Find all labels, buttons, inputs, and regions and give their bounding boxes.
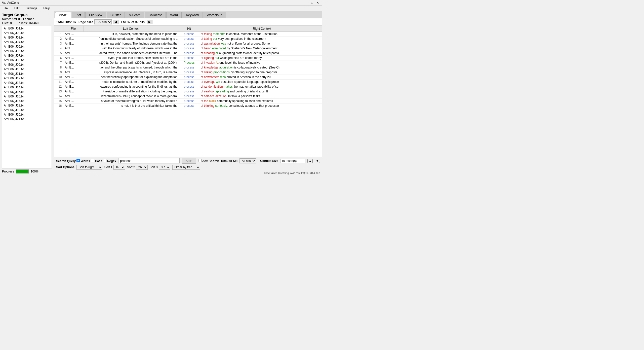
row-left: nt residue of mantle differentiation inc…	[84, 89, 179, 94]
minimize-btn[interactable]: —	[304, 1, 309, 5]
sidebar-file-item[interactable]: AmE06_J21.txt	[2, 117, 52, 121]
sidebar-file-item[interactable]: AmE06_J13.txt	[2, 81, 52, 85]
sidebar-file-item[interactable]: AmE06_J02.txt	[2, 31, 52, 35]
tab-file-view[interactable]: File View	[85, 12, 106, 18]
row-hit: process	[179, 89, 199, 94]
sidebar-file-item[interactable]: AmE06_J10.txt	[2, 67, 52, 72]
kwic-table-container[interactable]: File Left Context Hit Right Context 1AmE…	[54, 26, 322, 157]
row-hit: Process	[179, 60, 199, 65]
maximize-btn[interactable]: □	[310, 1, 314, 5]
row-num: 2	[54, 37, 63, 41]
tab-word[interactable]: Word	[166, 12, 182, 18]
menu-file[interactable]: File	[1, 6, 9, 11]
row-file: AmE...	[63, 32, 84, 37]
page-size-select[interactable]: 100 hits 50 hits 200 hits	[94, 19, 112, 24]
tab-wordcloud[interactable]: Wordcloud	[203, 12, 226, 18]
row-hit: process	[179, 84, 199, 89]
tab-collocate[interactable]: Collocate	[145, 12, 166, 18]
table-row[interactable]: 12AmE...easured confounding is accountin…	[54, 84, 322, 89]
row-file: AmE...	[63, 80, 84, 84]
row-right: of linking propositions by offering supp…	[199, 70, 322, 75]
row-file: AmE...	[63, 89, 84, 94]
sort1-select[interactable]: 1R2R3R1L2L	[113, 165, 125, 170]
sidebar-file-item[interactable]: AmE06_J07.txt	[2, 53, 52, 58]
order-select[interactable]: Order by freq Order by name	[172, 165, 200, 170]
table-row[interactable]: 15AmE...a voice of "several strengths." …	[54, 99, 322, 103]
sidebar-file-item[interactable]: AmE06_J19.txt	[2, 108, 52, 112]
table-row[interactable]: 11AmE...motoric instructions, either unm…	[54, 80, 322, 84]
sidebar-file-item[interactable]: AmE06_J03.txt	[2, 35, 52, 40]
regex-checkbox[interactable]	[103, 159, 106, 162]
close-btn[interactable]: ✕	[315, 1, 320, 5]
sidebar-file-item[interactable]: AmE06_J09.txt	[2, 62, 52, 67]
prev-page-btn[interactable]: ◀	[113, 20, 118, 24]
sidebar-file-item[interactable]: AmE06_J16.txt	[2, 94, 52, 99]
tokens-value: 161469	[28, 21, 38, 25]
col-header-left: Left Context	[84, 26, 179, 32]
menu-bar: File Edit Settings Help	[0, 6, 322, 11]
table-row[interactable]: 5AmE...acred texts," the canon of modern…	[54, 51, 322, 56]
row-num: 3	[54, 41, 63, 46]
sidebar-file-item[interactable]: AmE06_J20.txt	[2, 112, 52, 117]
sidebar-file-item[interactable]: AmE06_J18.txt	[2, 103, 52, 108]
table-row[interactable]: 4AmE...with the Communist Party of Indon…	[54, 46, 322, 51]
corpus-name: Name: AmE06_Learned	[2, 17, 52, 21]
context-size-up-btn[interactable]: ▲	[307, 159, 313, 163]
sort3-select[interactable]: 3R1R2R1L2L	[159, 165, 170, 170]
search-input[interactable]	[118, 158, 180, 163]
app-title: AntConc	[7, 1, 19, 5]
sidebar-file-item[interactable]: AmE06_J04.txt	[2, 40, 52, 44]
table-row[interactable]: 14AmE...ikszentmihalyi's (1990) concept …	[54, 94, 322, 99]
adv-search-checkbox[interactable]	[198, 159, 202, 162]
table-row[interactable]: 1AmE...It is, however, prompted by the n…	[54, 32, 322, 37]
table-row[interactable]: 16AmE...is not, it is that the critical …	[54, 103, 322, 108]
tab-keyword[interactable]: Keyword	[182, 12, 203, 18]
menu-help[interactable]: Help	[42, 6, 52, 11]
sidebar-file-item[interactable]: AmE06_J15.txt	[2, 90, 52, 94]
start-button[interactable]: Start	[182, 158, 196, 164]
table-row[interactable]: 6AmE...eyes, you lack that protein. Now …	[54, 56, 322, 60]
window-controls[interactable]: — □ ✕	[304, 1, 320, 5]
row-left: easured confounding is accounting for th…	[84, 84, 179, 89]
table-row[interactable]: 2AmE...f online distance education. Succ…	[54, 37, 322, 41]
context-size-down-btn[interactable]: ▼	[315, 159, 320, 163]
menu-settings[interactable]: Settings	[24, 6, 39, 11]
sidebar-file-item[interactable]: AmE06_J12.txt	[2, 76, 52, 81]
tab-plot[interactable]: Plot	[72, 12, 85, 18]
table-row[interactable]: 8AmE...:or and the other participants is…	[54, 65, 322, 70]
tab-n-gram[interactable]: N-Gram	[125, 12, 144, 18]
row-file: AmE...	[63, 65, 84, 70]
context-size-input[interactable]	[280, 159, 305, 163]
sidebar-file-item[interactable]: AmE06_J05.txt	[2, 44, 52, 49]
sidebar-file-item[interactable]: AmE06_J17.txt	[2, 99, 52, 103]
row-file: AmE...	[63, 37, 84, 41]
sidebar-file-item[interactable]: AmE06_J01.txt	[2, 26, 52, 31]
file-list[interactable]: AmE06_J01.txtAmE06_J02.txtAmE06_J03.txtA…	[2, 26, 52, 168]
table-row[interactable]: 3AmE...in their parents' homes. The find…	[54, 41, 322, 46]
table-row[interactable]: 9AmE...express an inference. An inferenc…	[54, 70, 322, 75]
sidebar-file-item[interactable]: AmE06_J08.txt	[2, 58, 52, 62]
words-checkbox[interactable]	[76, 159, 80, 162]
tab-kwic[interactable]: KWIC	[55, 12, 71, 18]
sort2-select[interactable]: 2R1R3R1L2L	[136, 165, 148, 170]
order-group: Order by freq Order by name	[172, 165, 200, 170]
row-right: of figuring out which proteins are coded…	[199, 56, 322, 60]
row-left: motoric instructions, either unmodified …	[84, 80, 179, 84]
case-checkbox[interactable]	[91, 159, 94, 162]
tokens-label: Tokens:	[17, 21, 28, 25]
sidebar-file-item[interactable]: AmE06_J14.txt	[2, 85, 52, 90]
sort-direction-select[interactable]: Sort to right Sort to left Sort to cente…	[76, 165, 102, 170]
tab-cluster[interactable]: Cluster	[107, 12, 125, 18]
row-num: 12	[54, 84, 63, 89]
menu-edit[interactable]: Edit	[12, 6, 21, 11]
sort1-label: Sort 1	[104, 165, 112, 169]
results-set-select[interactable]: All hits	[239, 158, 256, 163]
table-row[interactable]: 7AmE...: (2004), Donlan and Martin (2004…	[54, 60, 322, 65]
next-page-btn[interactable]: ▶	[147, 20, 152, 24]
table-row[interactable]: 13AmE...nt residue of mantle differentia…	[54, 89, 322, 94]
sidebar-file-item[interactable]: AmE06_J06.txt	[2, 49, 52, 53]
app-icon: 🐜	[2, 1, 6, 5]
sidebar-file-item[interactable]: AmE06_J11.txt	[2, 72, 52, 76]
row-left: acred texts," the canon of modern childr…	[84, 51, 179, 56]
table-row[interactable]: 10AmE...een theoretically appropriate fo…	[54, 75, 322, 80]
